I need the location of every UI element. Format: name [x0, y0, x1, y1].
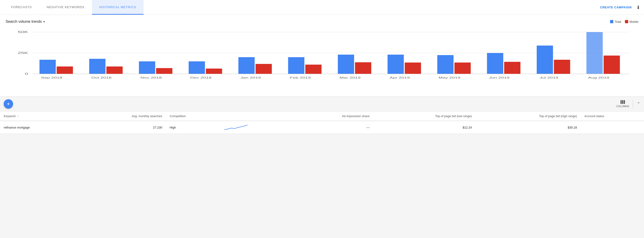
svg-text:Sep 2018: Sep 2018 — [41, 76, 62, 79]
svg-text:Feb 2019: Feb 2019 — [290, 76, 311, 79]
legend-total: Total — [610, 20, 621, 23]
svg-text:Jan 2019: Jan 2019 — [240, 76, 261, 79]
tabs-bar: FORECASTS NEGATIVE KEYWORDS HISTORICAL M… — [0, 0, 644, 15]
bar-total-apr2019 — [388, 55, 404, 74]
svg-text:Dec 2018: Dec 2018 — [190, 76, 212, 79]
chevron-down-icon: ▾ — [43, 20, 45, 23]
col-header-sparkline — [220, 112, 292, 121]
bar-total-nov2018 — [139, 61, 155, 74]
bar-mobile-may2019 — [454, 62, 471, 74]
bottom-controls: + COLUMNS ⌃ — [0, 96, 644, 112]
bar-mobile-oct2018 — [106, 66, 122, 74]
cell-bid-high: $30.18 — [476, 121, 581, 134]
bar-mobile-mar2019 — [355, 62, 371, 74]
collapse-icon[interactable]: ⌃ — [637, 101, 640, 106]
bar-chart: 50K 25K 0 Sep 2018 Oct 2018 Nov 2018 Dec… — [6, 27, 638, 92]
bar-total-oct2018 — [89, 59, 106, 74]
cell-avg-searches: 27,100 — [78, 121, 166, 134]
bar-mobile-feb2019 — [305, 65, 322, 74]
col-header-bid-high: Top of page bid (high range) — [476, 112, 581, 121]
legend-total-box — [610, 20, 613, 23]
col-header-bid-low: Top of page bid (low range) — [373, 112, 476, 121]
tab-historical-metrics[interactable]: HISTORICAL METRICS — [92, 0, 144, 15]
bar-mobile-dec2018 — [206, 69, 222, 74]
col-header-keyword: Keyword ↑ — [0, 112, 78, 121]
bar-total-jun2019 — [487, 53, 503, 74]
bar-total-jan2019 — [238, 57, 255, 74]
bar-total-dec2018 — [189, 61, 205, 74]
cell-keyword: refinance mortgage — [0, 121, 78, 134]
columns-button[interactable]: COLUMNS — [616, 100, 629, 108]
bar-total-mar2019 — [338, 55, 354, 74]
col-header-competition: Competition — [166, 112, 220, 121]
bar-mobile-jul2019 — [554, 60, 570, 74]
svg-text:50K: 50K — [18, 30, 28, 33]
cell-account-status — [581, 121, 644, 134]
bar-mobile-apr2019 — [405, 62, 421, 74]
cell-sparkline — [220, 121, 292, 134]
bar-mobile-nov2018 — [156, 68, 172, 74]
header-right: CREATE CAMPAIGN ⬇ — [600, 0, 640, 15]
svg-text:Mar 2019: Mar 2019 — [340, 76, 360, 79]
svg-text:25K: 25K — [18, 51, 28, 54]
data-table: Keyword ↑ Avg. monthly searches Competit… — [0, 112, 644, 134]
svg-text:0: 0 — [25, 72, 28, 75]
bar-mobile-sep2018 — [57, 66, 73, 74]
columns-icon — [620, 100, 625, 104]
svg-text:Jul 2019: Jul 2019 — [540, 76, 558, 79]
bar-total-aug2019 — [586, 32, 603, 74]
chart-header: Search volume trends ▾ Total Mobile — [6, 19, 638, 24]
bar-total-feb2019 — [288, 57, 304, 74]
cell-competition: High — [166, 121, 220, 134]
divider — [633, 100, 633, 108]
svg-text:Apr 2019: Apr 2019 — [390, 76, 410, 79]
legend-mobile: Mobile — [625, 20, 638, 23]
tab-negative-keywords[interactable]: NEGATIVE KEYWORDS — [39, 0, 92, 15]
cell-ad-impression: — — [292, 121, 373, 134]
tab-forecasts[interactable]: FORECASTS — [4, 0, 39, 15]
table-header-row: Keyword ↑ Avg. monthly searches Competit… — [0, 112, 644, 121]
chart-title[interactable]: Search volume trends ▾ — [6, 19, 45, 24]
svg-text:Aug 2019: Aug 2019 — [588, 76, 609, 79]
cell-bid-low: $12.24 — [373, 121, 476, 134]
right-controls: COLUMNS ⌃ — [616, 100, 640, 108]
table-row: refinance mortgage 27,100 High — $12.24 … — [0, 121, 644, 134]
legend-mobile-box — [625, 20, 628, 23]
chart-section: Search volume trends ▾ Total Mobile 50K … — [0, 15, 644, 96]
svg-text:May 2019: May 2019 — [438, 76, 460, 79]
svg-text:Jun 2019: Jun 2019 — [489, 76, 510, 79]
col-header-ad-impression: Ad impression share — [292, 112, 373, 121]
svg-text:Oct 2018: Oct 2018 — [92, 76, 112, 79]
download-icon[interactable]: ⬇ — [636, 5, 640, 10]
bar-total-sep2018 — [40, 60, 56, 74]
svg-text:Nov 2018: Nov 2018 — [140, 76, 162, 79]
bar-total-jul2019 — [537, 45, 553, 74]
add-keyword-button[interactable]: + — [4, 99, 13, 109]
sort-icon[interactable]: ↑ — [17, 115, 18, 118]
col-header-avg-searches: Avg. monthly searches — [78, 112, 166, 121]
bar-total-may2019 — [437, 55, 454, 74]
bar-mobile-jun2019 — [504, 62, 520, 74]
bar-mobile-aug2019 — [604, 55, 620, 74]
col-header-account-status: Account status — [581, 112, 644, 121]
bar-mobile-jan2019 — [256, 64, 272, 74]
create-campaign-button[interactable]: CREATE CAMPAIGN — [600, 5, 632, 9]
chart-legend: Total Mobile — [610, 20, 638, 23]
